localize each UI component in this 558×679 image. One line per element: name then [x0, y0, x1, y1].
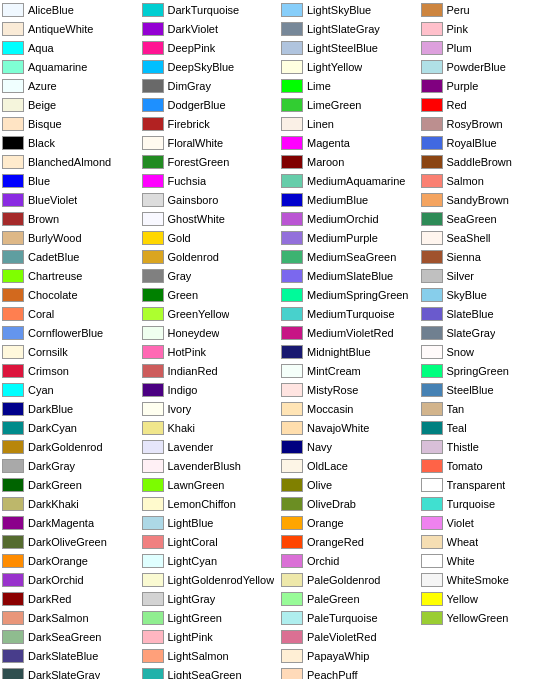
- color-swatch: [142, 155, 164, 169]
- color-name: Orange: [307, 517, 344, 529]
- color-swatch: [142, 136, 164, 150]
- color-item: [419, 665, 559, 679]
- color-swatch: [2, 174, 24, 188]
- color-item: LightGray: [140, 589, 280, 608]
- color-name: Goldenrod: [168, 251, 219, 263]
- color-item: Lime: [279, 76, 419, 95]
- color-item: Cornsilk: [0, 342, 140, 361]
- color-name: Thistle: [447, 441, 479, 453]
- color-swatch: [421, 231, 443, 245]
- color-swatch: [142, 364, 164, 378]
- color-item: WhiteSmoke: [419, 570, 559, 589]
- color-swatch: [2, 326, 24, 340]
- color-swatch: [142, 174, 164, 188]
- color-name: MediumVioletRed: [307, 327, 394, 339]
- color-name: Azure: [28, 80, 57, 92]
- color-item: RoyalBlue: [419, 133, 559, 152]
- color-swatch: [2, 630, 24, 644]
- color-swatch: [2, 535, 24, 549]
- color-name: Gray: [168, 270, 192, 282]
- color-item: DarkSlateBlue: [0, 646, 140, 665]
- color-name: DarkSlateBlue: [28, 650, 98, 662]
- color-swatch: [281, 497, 303, 511]
- color-name: DarkSlateGray: [28, 669, 100, 680]
- color-name: Tan: [447, 403, 465, 415]
- color-name: MediumSlateBlue: [307, 270, 393, 282]
- color-name: Beige: [28, 99, 56, 111]
- color-name: SeaShell: [447, 232, 491, 244]
- color-name: Turquoise: [447, 498, 496, 510]
- color-name: Chocolate: [28, 289, 78, 301]
- color-name: Coral: [28, 308, 54, 320]
- color-name: PapayaWhip: [307, 650, 369, 662]
- color-name: Firebrick: [168, 118, 210, 130]
- color-name: Cyan: [28, 384, 54, 396]
- color-swatch: [142, 288, 164, 302]
- color-swatch: [421, 535, 443, 549]
- color-item: Green: [140, 285, 280, 304]
- color-swatch: [142, 459, 164, 473]
- color-name: PeachPuff: [307, 669, 358, 680]
- color-name: CadetBlue: [28, 251, 79, 263]
- color-name: PaleGreen: [307, 593, 360, 605]
- color-swatch: [281, 3, 303, 17]
- color-name: Black: [28, 137, 55, 149]
- color-name: DarkViolet: [168, 23, 219, 35]
- color-swatch: [142, 250, 164, 264]
- color-swatch: [421, 307, 443, 321]
- color-name: DarkGreen: [28, 479, 82, 491]
- color-item: Purple: [419, 76, 559, 95]
- color-name: DarkRed: [28, 593, 71, 605]
- color-name: Navy: [307, 441, 332, 453]
- color-swatch: [421, 592, 443, 606]
- color-swatch: [421, 421, 443, 435]
- color-name: IndianRed: [168, 365, 218, 377]
- color-name: Aqua: [28, 42, 54, 54]
- color-item: SteelBlue: [419, 380, 559, 399]
- color-item: Khaki: [140, 418, 280, 437]
- color-name: Gold: [168, 232, 191, 244]
- color-name: Linen: [307, 118, 334, 130]
- color-name: Sienna: [447, 251, 481, 263]
- color-swatch: [421, 98, 443, 112]
- color-name: Maroon: [307, 156, 344, 168]
- color-item: SaddleBrown: [419, 152, 559, 171]
- color-swatch: [2, 668, 24, 680]
- color-name: Teal: [447, 422, 467, 434]
- color-name: LemonChiffon: [168, 498, 236, 510]
- color-swatch: [421, 459, 443, 473]
- color-name: PaleTurquoise: [307, 612, 378, 624]
- color-swatch: [281, 649, 303, 663]
- color-item: Maroon: [279, 152, 419, 171]
- color-swatch: [281, 193, 303, 207]
- color-item: HotPink: [140, 342, 280, 361]
- color-swatch: [142, 212, 164, 226]
- color-swatch: [421, 174, 443, 188]
- color-name: Ivory: [168, 403, 192, 415]
- color-item: LightBlue: [140, 513, 280, 532]
- color-swatch: [2, 307, 24, 321]
- color-item: OliveDrab: [279, 494, 419, 513]
- color-item: [419, 627, 559, 646]
- color-name: MediumOrchid: [307, 213, 379, 225]
- color-item: Bisque: [0, 114, 140, 133]
- color-item: Chocolate: [0, 285, 140, 304]
- color-name: DarkGray: [28, 460, 75, 472]
- color-name: NavajoWhite: [307, 422, 369, 434]
- color-swatch: [281, 364, 303, 378]
- color-item: DarkOliveGreen: [0, 532, 140, 551]
- color-item: DarkGoldenrod: [0, 437, 140, 456]
- color-item: Firebrick: [140, 114, 280, 133]
- color-item: Thistle: [419, 437, 559, 456]
- color-name: DarkOrchid: [28, 574, 84, 586]
- color-swatch: [421, 136, 443, 150]
- color-name: LightCyan: [168, 555, 218, 567]
- color-name: LightSkyBlue: [307, 4, 371, 16]
- color-swatch: [142, 326, 164, 340]
- color-swatch: [421, 440, 443, 454]
- color-item: BurlyWood: [0, 228, 140, 247]
- color-swatch: [421, 3, 443, 17]
- color-swatch: [281, 402, 303, 416]
- color-item: Orchid: [279, 551, 419, 570]
- color-swatch: [421, 478, 443, 492]
